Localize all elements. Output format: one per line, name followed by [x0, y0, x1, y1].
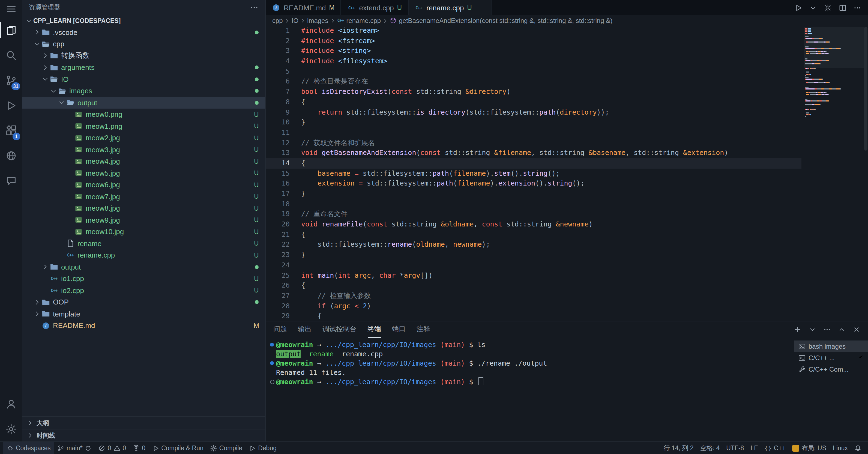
breadcrumb-item[interactable]: getBasenameAndExtension(const std::strin…: [390, 17, 612, 24]
timeline-section[interactable]: 时间线: [22, 429, 265, 442]
panel-action-chevron-up-icon[interactable]: [838, 326, 846, 333]
tree-item-arguments[interactable]: arguments: [22, 62, 265, 73]
tree-item-label: meow0.png: [86, 111, 122, 119]
status-task-compile-run[interactable]: Compile & Run: [149, 442, 207, 454]
tree-item-io2.cpp[interactable]: C++io2.cppU: [22, 284, 265, 296]
tree-item-label: OOP: [53, 298, 69, 306]
editor-action-split-icon[interactable]: [839, 4, 847, 12]
tree-item-meow7.jpg[interactable]: meow7.jpgU: [22, 191, 265, 203]
terminal-line: Renamed 11 files.: [268, 368, 794, 377]
tree-item-meow1.png[interactable]: meow1.pngU: [22, 120, 265, 132]
scrollbar-thumb[interactable]: [864, 27, 867, 151]
tree-item-转换函数[interactable]: 转换函数: [22, 50, 265, 62]
status-input-layout[interactable]: 布局: US: [789, 442, 830, 454]
panel-tab-端口[interactable]: 端口: [392, 322, 406, 338]
panel-tab-问题[interactable]: 问题: [273, 322, 287, 338]
terminal-instance-C/C++ Com...[interactable]: C/C++ Com...: [794, 363, 868, 375]
tree-item-IO[interactable]: IO: [22, 73, 265, 85]
panel-action-close-icon[interactable]: [853, 326, 860, 333]
activitybar-item-remote-explorer[interactable]: [0, 143, 22, 168]
line-number: 18: [266, 199, 301, 209]
panel-tab-注释[interactable]: 注释: [416, 322, 430, 338]
activitybar-item-settings[interactable]: [0, 416, 22, 442]
tree-item-meow4.jpg[interactable]: meow4.jpgU: [22, 155, 265, 167]
breadcrumb-item[interactable]: cpp: [272, 17, 283, 24]
breadcrumb: cppIOimagesC++rename.cppgetBasenameAndEx…: [266, 15, 868, 26]
status-remote-indicator[interactable]: Codespaces: [3, 442, 54, 454]
play-icon: [152, 445, 159, 452]
tree-item-meow9.jpg[interactable]: meow9.jpgU: [22, 214, 265, 226]
tree-item-output[interactable]: output: [22, 261, 265, 273]
status-problems[interactable]: 00: [95, 442, 130, 454]
tree-item-rename[interactable]: renameU: [22, 238, 265, 249]
tab-extend[interactable]: C++extend.cppU: [341, 0, 409, 15]
tree-item-OOP[interactable]: OOP: [22, 296, 265, 308]
tab-readme[interactable]: iREADME.mdM: [266, 0, 341, 15]
code-editor[interactable]: 1#include <iostream>2#include <fstream>3…: [266, 26, 801, 321]
panel-action-ellipsis-icon[interactable]: [823, 326, 831, 333]
outline-section[interactable]: 大纲: [22, 416, 265, 429]
terminal-instance-C/C++ ...[interactable]: C/C++ ...: [794, 352, 868, 363]
minimap-slider[interactable]: [804, 27, 864, 68]
status-os[interactable]: Linux: [830, 442, 851, 454]
breadcrumb-item[interactable]: IO: [291, 17, 299, 24]
tree-item-template[interactable]: template: [22, 308, 265, 320]
tree-item-meow5.jpg[interactable]: meow5.jpgU: [22, 167, 265, 179]
editor-action-chevron-down-icon[interactable]: [809, 4, 817, 12]
status-notifications[interactable]: [851, 442, 865, 454]
tree-item-meow3.jpg[interactable]: meow3.jpgU: [22, 144, 265, 155]
terminal[interactable]: @meowrain → .../cpp_learn/cpp/IO/images …: [266, 338, 794, 442]
status-bar: Codespacesmain*000Compile & RunCompileDe…: [0, 442, 868, 454]
tab-rename[interactable]: C++rename.cppU: [408, 0, 492, 15]
tree-item-output[interactable]: output: [22, 97, 265, 109]
close-icon[interactable]: [476, 3, 485, 12]
status-encoding[interactable]: UTF-8: [723, 442, 747, 454]
activitybar-item-search[interactable]: [0, 42, 22, 68]
status-git-branch[interactable]: main*: [54, 442, 95, 454]
editor-action-run-icon[interactable]: [794, 4, 803, 12]
editor-action-gear-icon[interactable]: [824, 4, 832, 12]
activitybar-item-accounts[interactable]: [0, 391, 22, 416]
activitybar-item-source-control[interactable]: 31: [0, 68, 22, 93]
vscode-window: 311 资源管理器 CPP_LEARN [CODESPACES].vscodec…: [0, 0, 868, 454]
tree-item-rename.cpp[interactable]: C++rename.cppU: [22, 249, 265, 261]
tree-item-cpp[interactable]: cpp: [22, 38, 265, 50]
tree-item-meow2.jpg[interactable]: meow2.jpgU: [22, 132, 265, 144]
panel-action-chevron-down-icon[interactable]: [809, 326, 816, 333]
tree-item-meow8.jpg[interactable]: meow8.jpgU: [22, 203, 265, 214]
editor-action-ellipsis-icon[interactable]: [853, 4, 862, 12]
terminal-instance-bash images[interactable]: bash images: [794, 340, 868, 352]
status-task-debug[interactable]: Debug: [246, 442, 280, 454]
status-cursor-position[interactable]: 行 14, 列 2: [660, 442, 697, 454]
tree-root-row[interactable]: CPP_LEARN [CODESPACES]: [22, 15, 265, 27]
status-ports[interactable]: 0: [129, 442, 149, 454]
status-label: Debug: [258, 445, 277, 451]
panel-tab-调试控制台[interactable]: 调试控制台: [322, 322, 356, 338]
status-eol[interactable]: LF: [747, 442, 761, 454]
tree-item-.vscode[interactable]: .vscode: [22, 27, 265, 38]
breadcrumb-item[interactable]: C++rename.cpp: [337, 17, 381, 24]
activitybar-item-menu[interactable]: [0, 0, 22, 18]
status-task-compile[interactable]: Compile: [207, 442, 246, 454]
breadcrumb-item[interactable]: images: [307, 17, 328, 24]
status-indentation[interactable]: 空格: 4: [697, 442, 723, 454]
activitybar-item-comments[interactable]: [0, 168, 22, 193]
sidebar-more-actions-icon[interactable]: [250, 3, 258, 12]
tree-item-label: rename.cpp: [78, 251, 115, 260]
code-text: {: [301, 311, 321, 321]
editor-scrollbar[interactable]: [863, 26, 868, 321]
minimap[interactable]: [805, 27, 863, 117]
panel-action-plus-icon[interactable]: [794, 326, 801, 333]
tree-item-meow10.jpg[interactable]: meow10.jpgU: [22, 226, 265, 238]
tree-item-images[interactable]: images: [22, 85, 265, 97]
status-language-mode[interactable]: {}C++: [761, 442, 789, 454]
tree-item-meow0.png[interactable]: meow0.pngU: [22, 109, 265, 120]
tree-item-io1.cpp[interactable]: C++io1.cppU: [22, 273, 265, 284]
panel-tab-输出[interactable]: 输出: [298, 322, 312, 338]
tree-item-meow6.jpg[interactable]: meow6.jpgU: [22, 179, 265, 191]
activitybar-item-run-and-debug[interactable]: [0, 93, 22, 118]
activitybar-item-explorer[interactable]: [0, 18, 22, 42]
activitybar-item-extensions[interactable]: 1: [0, 118, 22, 143]
tree-item-README.md[interactable]: iREADME.mdM: [22, 320, 265, 332]
panel-tab-终端[interactable]: 终端: [367, 322, 381, 338]
